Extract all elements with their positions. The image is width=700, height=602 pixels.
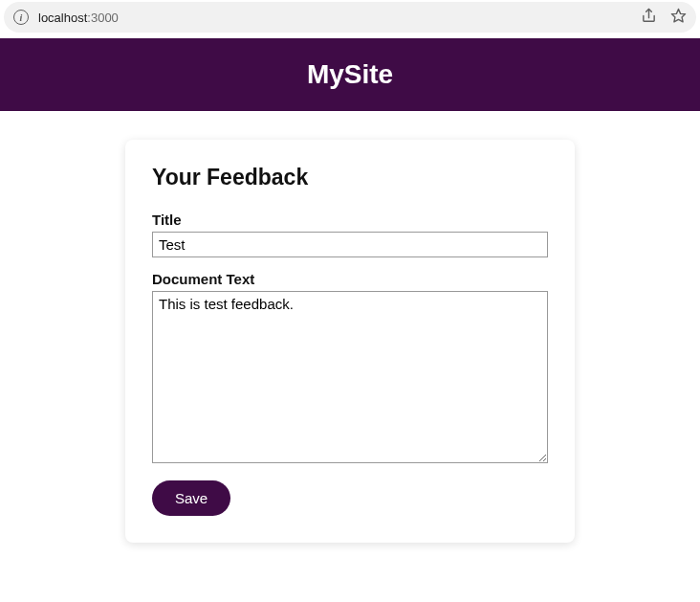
browser-toolbar-icons bbox=[641, 8, 687, 27]
document-textarea[interactable] bbox=[152, 291, 548, 463]
share-icon[interactable] bbox=[641, 8, 657, 27]
browser-address-bar[interactable]: i localhost:3000 bbox=[4, 2, 696, 33]
site-header: MySite bbox=[0, 38, 700, 111]
info-icon: i bbox=[13, 10, 29, 25]
page-content: Your Feedback Title Document Text Save bbox=[0, 111, 700, 543]
title-input[interactable] bbox=[152, 232, 548, 257]
url-text: localhost:3000 bbox=[38, 11, 119, 25]
url-host: localhost bbox=[38, 11, 87, 25]
star-icon[interactable] bbox=[670, 8, 687, 27]
form-heading: Your Feedback bbox=[152, 165, 548, 190]
svg-marker-1 bbox=[671, 9, 685, 21]
document-text-label: Document Text bbox=[152, 271, 548, 287]
title-label: Title bbox=[152, 212, 548, 228]
save-button[interactable]: Save bbox=[152, 480, 230, 516]
feedback-card: Your Feedback Title Document Text Save bbox=[125, 140, 575, 543]
site-title: MySite bbox=[0, 59, 700, 90]
url-port: :3000 bbox=[87, 11, 119, 25]
